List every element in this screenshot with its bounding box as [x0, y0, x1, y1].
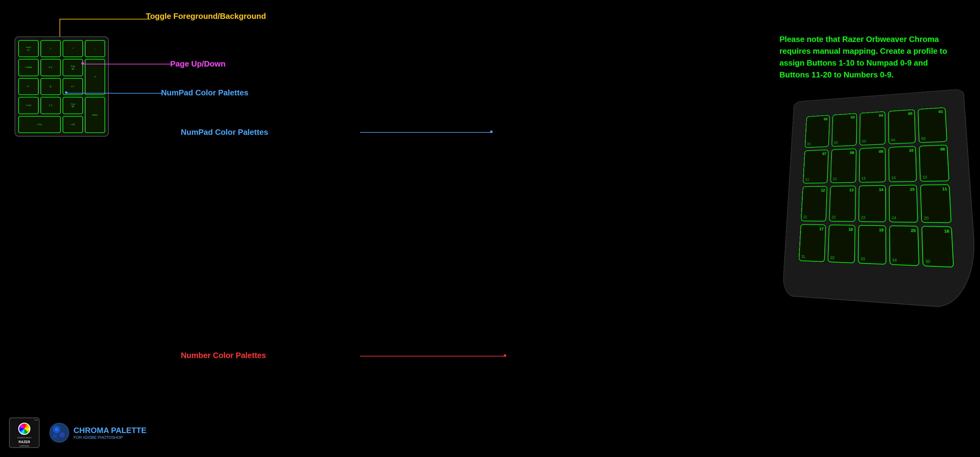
works-with-text: WORKS WITH — [18, 436, 31, 439]
key-2[interactable]: 2 ∨ — [40, 97, 61, 114]
ok-12[interactable]: 1221 — [801, 186, 827, 222]
razer-chroma-text: CHROMA — [19, 445, 29, 447]
ok-01[interactable]: 0100 — [918, 107, 947, 143]
key-multiply[interactable]: * — [63, 40, 83, 57]
key-0[interactable]: 0 ins — [18, 116, 61, 133]
svg-point-2 — [59, 432, 65, 438]
numpad-color-palettes-label-left: NumPad Color Palettes — [161, 88, 248, 97]
ok-08[interactable]: 0812 — [830, 149, 856, 183]
orbweaver-keyboard: 0201 0302 0403 0504 0100 0711 0812 0913 … — [783, 88, 971, 301]
number-line — [360, 356, 504, 357]
pageupdown-label: Page Up/Down — [170, 59, 226, 68]
ok-20[interactable]: 2034 — [889, 225, 919, 266]
key-minus[interactable]: - — [85, 40, 105, 57]
key-5[interactable]: 5 — [40, 78, 61, 95]
key-8[interactable]: 8 ∧ — [40, 59, 61, 76]
key-enter[interactable]: enter — [85, 97, 105, 133]
notice-text: Please note that Razer Orbweaver Chroma … — [780, 33, 950, 81]
key-1[interactable]: 1 end — [18, 97, 38, 114]
numpad-indicator-right — [490, 130, 493, 133]
number-indicator — [504, 354, 506, 357]
chroma-palette-logo: CHROMA PALETTE FOR ADOBE PHOTOSHOP — [49, 422, 146, 443]
numpad-line-left — [66, 93, 162, 94]
tm-mark: TM — [34, 419, 38, 422]
key-numlk[interactable]: numLK — [18, 40, 38, 57]
ok-10[interactable]: 1014 — [889, 146, 917, 182]
ok-11[interactable]: 1120 — [920, 184, 951, 223]
ok-18[interactable]: 1832 — [827, 225, 855, 263]
key-3[interactable]: 3 pgdn — [63, 97, 83, 114]
chroma-palette-title: CHROMA PALETTE — [73, 426, 146, 435]
svg-point-3 — [53, 434, 57, 438]
toggle-label: Toggle Foreground/Background — [146, 11, 266, 21]
ok-02[interactable]: 0201 — [805, 115, 830, 148]
toggle-connector-horizontal — [60, 19, 151, 19]
ok-09[interactable]: 0913 — [859, 147, 886, 183]
ok-13[interactable]: 1322 — [829, 186, 856, 222]
key-4[interactable]: 4 < — [18, 78, 38, 95]
key-dot[interactable]: • del — [63, 116, 83, 133]
logos-area: TM WORKS WITH RAZER CHROMA CHROMA PALETT… — [9, 417, 146, 448]
ok-14[interactable]: 1423 — [858, 185, 886, 222]
ok-04[interactable]: 0403 — [859, 111, 886, 146]
ok-15[interactable]: 1524 — [889, 185, 918, 222]
svg-point-0 — [50, 423, 69, 443]
pageupdown-line — [83, 64, 171, 64]
chroma-palette-sub: FOR ADOBE PHOTOSHOP — [73, 435, 146, 440]
ok-06[interactable]: 0610 — [919, 144, 949, 182]
key-9[interactable]: 9 pgup — [63, 59, 83, 76]
chroma-icon — [49, 422, 70, 443]
razer-name: RAZER — [19, 440, 30, 444]
numpad-color-palettes-label-right: NumPad Color Palettes — [181, 127, 268, 137]
number-color-palettes-label: Number Color Palettes — [181, 351, 266, 360]
ok-05[interactable]: 0504 — [888, 109, 916, 144]
svg-point-4 — [55, 428, 58, 431]
numpad-keyboard: numLK / * - 7 home 8 ∧ 9 pgup + 4 < 5 6 … — [14, 36, 109, 136]
ok-16[interactable]: 1630 — [921, 226, 954, 268]
ok-07[interactable]: 0711 — [803, 149, 829, 183]
razer-logo: TM WORKS WITH RAZER CHROMA — [9, 417, 40, 448]
chroma-text-block: CHROMA PALETTE FOR ADOBE PHOTOSHOP — [73, 426, 146, 440]
orbweaver-keys: 0201 0302 0403 0504 0100 0711 0812 0913 … — [797, 106, 966, 294]
key-7[interactable]: 7 home — [18, 59, 38, 76]
razer-color-wheel — [18, 423, 30, 435]
ok-03[interactable]: 0302 — [831, 113, 857, 147]
ok-17[interactable]: 1731 — [799, 224, 826, 262]
key-plus[interactable]: + — [85, 59, 105, 95]
key-divide[interactable]: / — [40, 40, 61, 57]
ok-19[interactable]: 1933 — [858, 225, 886, 265]
numpad-line-right — [360, 132, 491, 133]
